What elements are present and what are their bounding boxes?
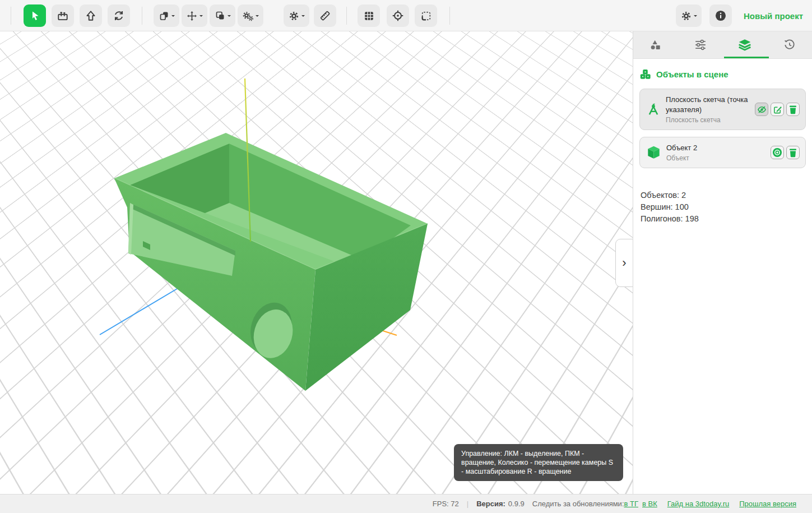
scene-stats: Объектов: 2 Вершин: 100 Полигонов: 198 — [633, 175, 812, 225]
scene-objects-header: Объекты в сцене — [633, 59, 812, 86]
toolbar-divider — [11, 7, 11, 25]
duplicate-icon — [159, 10, 170, 21]
gears-icon — [242, 10, 254, 22]
select-region-button[interactable] — [415, 4, 437, 27]
chevron-down-icon — [199, 15, 203, 19]
trash-icon — [788, 105, 797, 114]
gear-icon — [288, 10, 300, 22]
controls-tooltip: Управление: ЛКМ - выделение, ПКМ - враще… — [454, 444, 623, 481]
move-tool-button[interactable] — [182, 4, 207, 27]
object-subtitle: Объект — [666, 154, 765, 162]
select-tool-button[interactable] — [24, 4, 46, 27]
object-subtitle: Плоскость скетча — [666, 116, 749, 124]
eye-on-icon — [772, 147, 782, 158]
tab-history[interactable] — [767, 31, 812, 58]
chevron-down-icon — [171, 15, 175, 19]
scene-3d[interactable] — [0, 31, 633, 494]
status-bar: FPS: 72 | Версия: 0.9.9 Следить за обнов… — [0, 494, 812, 513]
toolbar: Новый проект — [0, 0, 812, 31]
layers-icon — [738, 39, 751, 51]
sketch-plane-icon — [647, 103, 660, 116]
grid-icon — [363, 10, 375, 22]
object-title: Объект 2 — [666, 143, 765, 153]
version-value: 0.9.9 — [508, 500, 525, 508]
tab-shapes[interactable] — [633, 31, 678, 58]
gear-icon — [680, 10, 692, 22]
stat-polygons: Полигонов: 198 — [641, 213, 805, 225]
cubes-icon — [640, 69, 651, 80]
visibility-toggle-button[interactable] — [771, 146, 784, 159]
chevron-down-icon — [228, 15, 231, 19]
version-label: Версия: — [476, 500, 505, 508]
delete-object-button[interactable] — [786, 103, 800, 116]
info-button[interactable] — [709, 4, 732, 27]
stat-objects: Объектов: 2 — [641, 190, 805, 201]
edit-object-button[interactable] — [771, 103, 784, 116]
viewport-3d[interactable]: Управление: ЛКМ - выделение, ПКМ - враще… — [0, 31, 633, 494]
active-tab-indicator — [724, 57, 769, 58]
chevron-down-icon — [256, 15, 259, 19]
trash-icon — [788, 148, 797, 158]
chevron-right-icon: › — [622, 256, 626, 270]
up-arrow-icon — [85, 10, 97, 22]
eye-off-icon — [757, 105, 767, 114]
ruler-icon — [319, 10, 331, 22]
chevron-down-icon — [694, 15, 697, 19]
toggle-grid-button[interactable] — [358, 4, 380, 27]
app-settings-button[interactable] — [676, 4, 702, 27]
vk-link[interactable]: в ВК — [642, 500, 657, 508]
info-icon — [714, 10, 727, 22]
copy-stack-icon — [215, 10, 226, 21]
x-axis-line — [100, 289, 177, 335]
guide-link[interactable]: Гайд на 3dtoday.ru — [667, 500, 730, 508]
scene-objects-title: Объекты в сцене — [656, 70, 729, 79]
measure-tool-button[interactable] — [314, 4, 336, 27]
model-object[interactable] — [114, 133, 428, 391]
tab-properties[interactable] — [678, 31, 723, 58]
cube-icon — [647, 145, 661, 160]
operations-tool-button[interactable] — [238, 4, 263, 27]
cursor-icon — [29, 10, 41, 22]
select-region-icon — [420, 10, 432, 22]
toolbar-divider — [346, 7, 347, 25]
shapes-icon — [649, 39, 662, 50]
scene-object-item-object2[interactable]: Объект 2 Объект — [639, 137, 806, 168]
sketch-tool-button[interactable] — [52, 4, 74, 27]
footer-divider: | — [467, 500, 468, 508]
stat-vertices: Вершин: 100 — [641, 201, 805, 213]
scene-panel: Объекты в сцене Плоскость скетча (точка … — [633, 31, 812, 494]
settings-tool-button[interactable] — [284, 4, 309, 27]
delete-object-button[interactable] — [786, 146, 800, 159]
object-title: Плоскость скетча (точка указателя) — [666, 95, 749, 115]
revolve-tool-button[interactable] — [108, 4, 130, 27]
toolbar-divider — [449, 7, 450, 25]
panel-tabbar — [633, 31, 812, 59]
move-icon — [186, 10, 198, 22]
focus-origin-button[interactable] — [387, 4, 409, 27]
duplicate-tool-button[interactable] — [154, 4, 179, 27]
previous-version-link[interactable]: Прошлая версия — [739, 500, 796, 508]
telegram-link[interactable]: в ТГ — [624, 500, 639, 508]
visibility-toggle-button[interactable] — [755, 103, 768, 116]
target-icon — [392, 10, 404, 22]
chevron-down-icon — [301, 15, 305, 19]
project-title[interactable]: Новый проект — [744, 0, 803, 31]
edit-icon — [773, 105, 782, 114]
history-icon — [783, 39, 796, 50]
updates-label: Следить за обновлениями: — [532, 500, 624, 508]
sketch-icon — [57, 10, 69, 22]
sliders-icon — [694, 39, 707, 50]
scene-object-item-sketch-plane[interactable]: Плоскость скетча (точка указателя) Плоск… — [639, 89, 806, 130]
tab-scene-objects[interactable] — [723, 31, 768, 58]
refresh-icon — [113, 10, 125, 22]
panel-collapse-button[interactable]: › — [615, 239, 633, 287]
extrude-tool-button[interactable] — [80, 4, 102, 27]
toolbar-divider — [142, 7, 142, 25]
copy-array-tool-button[interactable] — [210, 4, 235, 27]
fps-counter: FPS: 72 — [433, 500, 459, 508]
